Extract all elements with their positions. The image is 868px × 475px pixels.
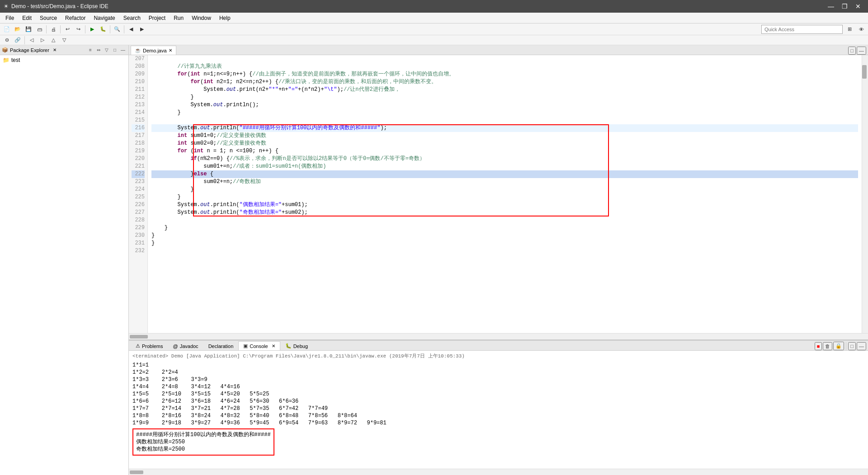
- console-horizontal-scrollbar[interactable]: [129, 469, 868, 475]
- titlebar: ☀ Demo - test/src/Demo.java - Eclipse ID…: [0, 0, 868, 13]
- console-highlight-2: 偶数相加结果=2550: [136, 438, 271, 446]
- line-num-223: 223: [132, 178, 145, 186]
- code-line-231: }: [151, 240, 858, 247]
- tab-debug[interactable]: 🐛 Debug: [280, 341, 313, 350]
- line-num-222: 222: [132, 170, 145, 178]
- tab-close-icon[interactable]: ✕: [169, 48, 172, 53]
- java-file-icon: ☕: [135, 47, 141, 53]
- tab-console[interactable]: ▣ Console ✕: [238, 341, 280, 350]
- editor-minimize-button[interactable]: —: [857, 47, 866, 55]
- bottom-maximize-button[interactable]: □: [848, 342, 856, 350]
- sec-toolbar-sep: [24, 36, 25, 44]
- line-num-214: 214: [132, 109, 145, 117]
- collapse-all-button[interactable]: ⊖: [2, 35, 12, 45]
- editor-container: ☕ Demo.java ✕ □ — 207 208 209 210 211: [129, 45, 868, 475]
- pe-test-item[interactable]: 📁 test: [1, 56, 127, 64]
- menu-run[interactable]: Run: [170, 14, 187, 22]
- console-stop-button[interactable]: ■: [815, 342, 822, 350]
- code-line-207: [151, 55, 858, 63]
- code-line-221: sum01+=n;//或者：sum01=sum01+n(偶数相加): [151, 163, 858, 170]
- code-editor: 207 208 209 210 211 212 213 214 215 216 …: [129, 55, 868, 333]
- code-line-210: for(int n2=1; n2<=n;n2++) {//乘法口诀，变的是前面的…: [151, 78, 858, 86]
- eclipse-icon: ☀: [4, 3, 9, 9]
- redo-button[interactable]: ↪: [73, 24, 83, 34]
- save-all-button[interactable]: 🗃: [34, 24, 44, 34]
- tab-problems[interactable]: ⚠ Problems: [131, 341, 168, 350]
- debug-button[interactable]: 🐛: [98, 24, 108, 34]
- up-nav-button[interactable]: △: [48, 35, 58, 45]
- menu-file[interactable]: File: [2, 14, 18, 22]
- editor-scrollbar[interactable]: [862, 55, 868, 333]
- code-line-214: }: [151, 109, 858, 117]
- print-button[interactable]: 🖨: [48, 24, 58, 34]
- titlebar-controls: — ❐ ✕: [825, 1, 864, 11]
- quick-access-input[interactable]: [761, 25, 843, 34]
- editor-horizontal-scrollbar[interactable]: [129, 333, 868, 339]
- editor-tabs: ☕ Demo.java ✕ □ —: [129, 45, 868, 55]
- line-num-232: 232: [132, 247, 145, 255]
- editor-tabs-left: ☕ Demo.java ✕: [131, 46, 176, 55]
- back-nav-button[interactable]: ◁: [27, 35, 37, 45]
- bottom-tabs-left: ⚠ Problems @ Javadoc Declaration ▣ Conso…: [131, 341, 313, 350]
- save-button[interactable]: 💾: [24, 24, 33, 34]
- console-tab-close[interactable]: ✕: [272, 343, 275, 348]
- menu-source[interactable]: Source: [36, 14, 61, 22]
- console-content[interactable]: <terminated> Demo [Java Application] C:\…: [129, 351, 868, 469]
- code-line-217: int sum01=0;//定义变量接收偶数: [151, 132, 858, 140]
- tab-declaration[interactable]: Declaration: [203, 341, 239, 350]
- view-button[interactable]: 👁: [856, 24, 866, 34]
- down-nav-button[interactable]: ▽: [59, 35, 69, 45]
- code-line-218: int sum02=0;//定义变量接收奇数: [151, 140, 858, 147]
- forward-nav-button[interactable]: ▷: [38, 35, 47, 45]
- editor-maximize-button[interactable]: □: [848, 47, 856, 55]
- perspectives-button[interactable]: ⊞: [844, 24, 854, 34]
- pe-link-button[interactable]: ⇔: [95, 47, 102, 54]
- console-scroll-lock-button[interactable]: 🔒: [833, 342, 844, 350]
- code-line-224: }: [151, 186, 858, 193]
- link-editor-button[interactable]: 🔗: [13, 35, 23, 45]
- pe-collapse-button[interactable]: ≡: [87, 47, 94, 54]
- console-horiz-thumb[interactable]: [130, 470, 143, 474]
- code-line-225: }: [151, 193, 858, 201]
- minimize-button[interactable]: —: [825, 1, 837, 11]
- console-clear-button[interactable]: 🗑: [823, 342, 832, 350]
- tab-javadoc[interactable]: @ Javadoc: [168, 341, 203, 350]
- line-num-225: 225: [132, 193, 145, 201]
- pe-menu-button[interactable]: ▽: [103, 47, 110, 54]
- new-button[interactable]: 📄: [2, 24, 12, 34]
- menu-help[interactable]: Help: [216, 14, 234, 22]
- menu-search[interactable]: Search: [120, 14, 144, 22]
- code-line-209: for(int n=1;n<=9;n++) {//由上面例子，知道变的是前面的乘…: [151, 71, 858, 78]
- pe-max-button[interactable]: □: [111, 47, 118, 54]
- code-content[interactable]: //计算九九乘法表 for(int n=1;n<=9;n++) {//由上面例子…: [148, 55, 862, 333]
- menu-window[interactable]: Window: [188, 14, 215, 22]
- back-button[interactable]: ◀: [126, 24, 136, 34]
- run-button[interactable]: ▶: [87, 24, 97, 34]
- menu-refactor[interactable]: Refactor: [61, 14, 89, 22]
- menu-edit[interactable]: Edit: [19, 14, 35, 22]
- close-button[interactable]: ✕: [852, 1, 864, 11]
- line-num-217: 217: [132, 132, 145, 140]
- console-output-6: 1*6=6 2*6=12 3*6=18 4*6=24 5*6=30 6*6=36: [132, 398, 864, 405]
- bottom-sep: [846, 342, 846, 350]
- open-button[interactable]: 📂: [13, 24, 23, 34]
- pe-close-icon[interactable]: ✕: [53, 47, 57, 52]
- search-button[interactable]: 🔍: [112, 24, 122, 34]
- scrollbar-thumb[interactable]: [862, 65, 867, 79]
- line-num-220: 220: [132, 155, 145, 163]
- menu-navigate[interactable]: Navigate: [90, 14, 118, 22]
- horiz-scrollbar-thumb[interactable]: [130, 335, 148, 339]
- code-line-213: System.out.println();: [151, 101, 858, 109]
- forward-button[interactable]: ▶: [137, 24, 147, 34]
- undo-button[interactable]: ↩: [62, 24, 72, 34]
- code-line-226: System.out.println("偶数相加结果="+sum01);: [151, 201, 858, 209]
- titlebar-title: ☀ Demo - test/src/Demo.java - Eclipse ID…: [4, 3, 108, 9]
- menu-project[interactable]: Project: [145, 14, 169, 22]
- bottom-minimize-button[interactable]: —: [857, 342, 866, 350]
- maximize-button[interactable]: ❐: [838, 1, 851, 11]
- pe-minimize-button[interactable]: —: [119, 47, 127, 54]
- console-highlight-3: 奇数相加结果=2500: [136, 446, 271, 453]
- console-highlight-box: #####用循环分别计算100以内的奇数及偶数的和##### 偶数相加结果=25…: [132, 428, 274, 456]
- bottom-tabs-right: ■ 🗑 🔒 □ —: [815, 342, 866, 350]
- demo-java-tab[interactable]: ☕ Demo.java ✕: [131, 46, 176, 55]
